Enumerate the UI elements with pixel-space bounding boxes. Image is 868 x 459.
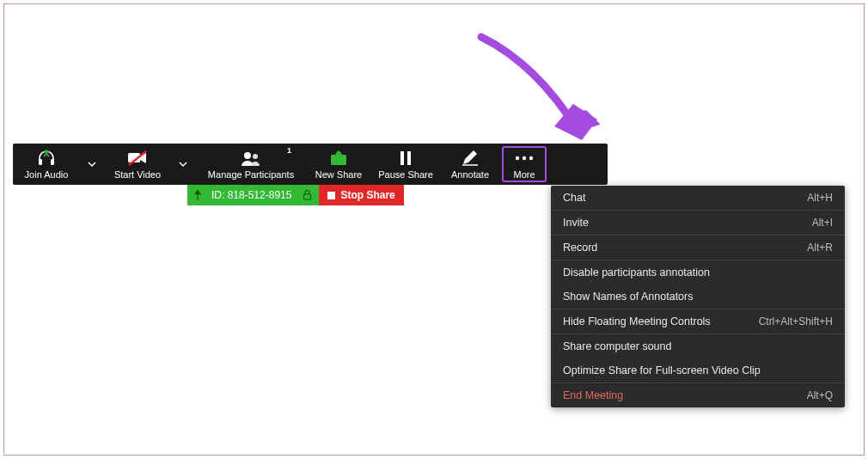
menu-item-hide-controls[interactable]: Hide Floating Meeting Controls Ctrl+Alt+… [551,309,845,334]
more-label: More [513,169,535,180]
pause-share-label: Pause Share [378,169,433,180]
svg-rect-0 [39,159,42,165]
menu-shortcut: Alt+Q [807,389,833,401]
svg-point-10 [516,156,519,160]
start-video-button[interactable]: Start Video [104,144,171,185]
join-audio-button[interactable]: Join Audio [13,144,80,185]
menu-label: Record [563,242,597,254]
pencil-icon [462,149,479,168]
video-off-icon [127,149,148,168]
more-button[interactable]: More [502,146,547,182]
participants-badge: 1 [287,146,291,155]
manage-participants-button[interactable]: 1 Manage Participants [195,144,307,185]
more-dots-icon [514,149,535,168]
svg-point-11 [523,156,526,160]
menu-item-end-meeting[interactable]: End Meeting Alt+Q [551,383,845,407]
meeting-toolbar: Join Audio Start Video 1 Manage Particip… [13,144,608,185]
join-audio-label: Join Audio [25,169,69,180]
more-menu: Chat Alt+H Invite Alt+I Record Alt+R Dis… [551,186,845,407]
stop-icon [327,192,335,199]
menu-shortcut: Alt+H [807,192,833,204]
headphones-icon [37,149,56,168]
new-share-button[interactable]: New Share [307,144,370,185]
share-screen-icon [329,149,348,168]
menu-label: End Meeting [563,389,623,401]
annotate-button[interactable]: Annotate [441,144,499,185]
menu-shortcut: Alt+R [807,242,833,254]
manage-participants-label: Manage Participants [208,169,294,180]
svg-rect-1 [51,159,54,165]
menu-item-share-sound[interactable]: Share computer sound [551,334,845,358]
menu-label: Optimize Share for Full-screen Video Cli… [563,364,761,376]
meeting-id-text: ID: 818-512-8915 [211,189,291,201]
video-options-chevron[interactable] [171,144,195,185]
menu-item-optimize-video[interactable]: Optimize Share for Full-screen Video Cli… [551,358,845,382]
menu-label: Invite [563,217,589,229]
svg-point-12 [529,156,533,160]
menu-item-disable-annotation[interactable]: Disable participants annotation [551,260,845,285]
stop-share-button[interactable]: Stop Share [319,185,403,205]
menu-item-show-annotators[interactable]: Show Names of Annotators [551,285,845,309]
new-share-label: New Share [315,169,362,180]
chevron-down-icon [178,159,188,169]
menu-label: Chat [563,192,585,204]
lock-icon [303,190,312,200]
svg-rect-7 [400,151,404,165]
menu-label: Disable participants annotation [563,266,710,278]
svg-point-4 [244,152,251,159]
annotate-label: Annotate [451,169,489,180]
pause-share-button[interactable]: Pause Share [370,144,441,185]
menu-shortcut: Alt+I [812,217,833,229]
chevron-down-icon [87,159,97,169]
meeting-id-banner: ID: 818-512-8915 [187,185,319,205]
menu-item-chat[interactable]: Chat Alt+H [551,186,845,210]
menu-label: Hide Floating Meeting Controls [563,315,711,327]
menu-shortcut: Ctrl+Alt+Shift+H [759,315,833,327]
stop-share-label: Stop Share [340,189,394,201]
audio-options-chevron[interactable] [80,144,104,185]
pause-icon [399,149,413,168]
participants-icon [240,149,262,168]
start-video-label: Start Video [114,169,161,180]
svg-point-5 [253,154,258,159]
menu-label: Show Names of Annotators [563,291,693,303]
svg-rect-13 [304,194,311,199]
menu-item-record[interactable]: Record Alt+R [551,236,845,260]
menu-item-invite[interactable]: Invite Alt+I [551,211,845,235]
svg-rect-8 [407,151,411,165]
share-status-bar: ID: 818-512-8915 Stop Share [187,185,404,205]
pin-icon [193,190,203,200]
menu-label: Share computer sound [563,340,671,352]
